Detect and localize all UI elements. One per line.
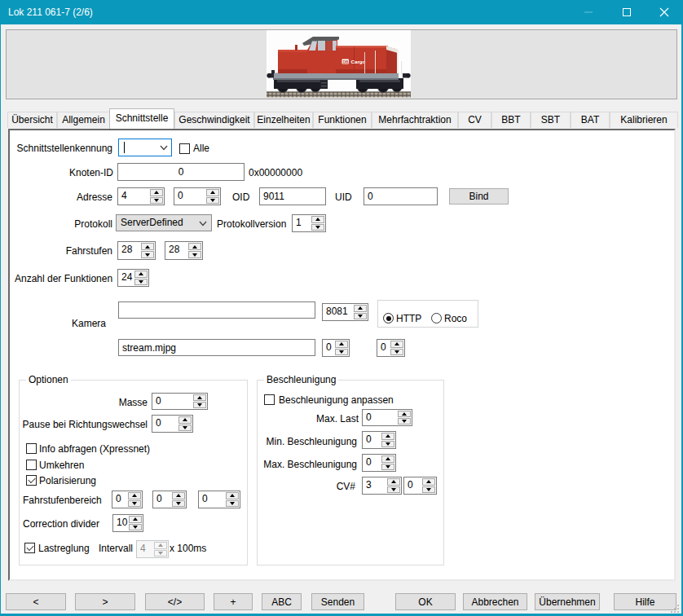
svg-text:DB: DB	[342, 60, 349, 64]
svg-text:Cargo: Cargo	[351, 59, 366, 64]
